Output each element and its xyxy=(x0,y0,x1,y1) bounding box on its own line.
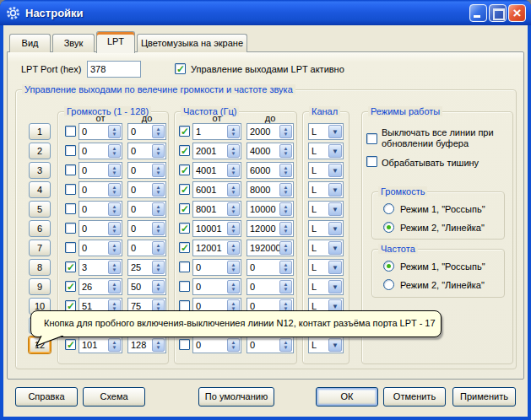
frequency-to-spinner[interactable]: 12000▲▼ xyxy=(247,220,294,237)
volume-to-spinner[interactable]: 0▲▼ xyxy=(127,123,166,140)
spinner-up-down-icon[interactable]: ▲▼ xyxy=(227,202,240,216)
tab-vid[interactable]: Вид xyxy=(9,34,51,52)
maximize-button[interactable] xyxy=(489,4,507,22)
spinner-up-down-icon[interactable]: ▲▼ xyxy=(152,125,165,138)
tab-lpt[interactable]: LPT xyxy=(96,31,135,53)
channel-select[interactable]: L▼ xyxy=(308,259,344,276)
spinner-up-down-icon[interactable]: ▲▼ xyxy=(279,241,292,255)
line-1-test-button[interactable]: 1 xyxy=(29,123,51,140)
volume-enable-checkbox[interactable] xyxy=(65,126,76,137)
volume-to-spinner[interactable]: 0▲▼ xyxy=(127,143,166,159)
frequency-from-spinner[interactable]: 12001▲▼ xyxy=(192,240,241,256)
spinner-up-down-icon[interactable]: ▲▼ xyxy=(279,338,292,352)
spinner-up-down-icon[interactable]: ▲▼ xyxy=(152,202,165,216)
spinner-up-down-icon[interactable]: ▲▼ xyxy=(108,261,121,274)
spinner-up-down-icon[interactable]: ▲▼ xyxy=(227,164,240,177)
volume-from-spinner[interactable]: 101▲▼ xyxy=(79,337,122,353)
channel-select[interactable]: L▼ xyxy=(308,240,344,256)
spinner-up-down-icon[interactable]: ▲▼ xyxy=(152,261,165,274)
volume-from-spinner[interactable]: 0▲▼ xyxy=(79,201,122,218)
line-2-test-button[interactable]: 2 xyxy=(29,143,51,159)
spinner-up-down-icon[interactable]: ▲▼ xyxy=(227,222,240,235)
frequency-from-spinner[interactable]: 4001▲▼ xyxy=(192,162,241,179)
volume-enable-checkbox[interactable] xyxy=(65,203,76,214)
volume-to-spinner[interactable]: 0▲▼ xyxy=(127,162,166,179)
spinner-up-down-icon[interactable]: ▲▼ xyxy=(227,241,240,255)
schema-button[interactable]: Схема xyxy=(83,387,145,407)
line-3-test-button[interactable]: 3 xyxy=(29,162,51,179)
spinner-up-down-icon[interactable]: ▲▼ xyxy=(152,241,165,255)
help-button[interactable]: Справка xyxy=(15,387,78,407)
spinner-up-down-icon[interactable]: ▲▼ xyxy=(227,125,240,138)
frequency-enable-checkbox[interactable] xyxy=(179,126,190,137)
spinner-up-down-icon[interactable]: ▲▼ xyxy=(279,125,292,138)
frequency-from-spinner[interactable]: 2001▲▼ xyxy=(192,143,241,159)
line-9-test-button[interactable]: 9 xyxy=(29,278,51,295)
dropdown-arrow-icon[interactable]: ▼ xyxy=(328,280,342,293)
spinner-up-down-icon[interactable]: ▲▼ xyxy=(152,222,165,235)
channel-select[interactable]: L▼ xyxy=(308,162,344,179)
spinner-up-down-icon[interactable]: ▲▼ xyxy=(108,338,121,352)
spinner-up-down-icon[interactable]: ▲▼ xyxy=(108,202,121,216)
frequency-enable-checkbox[interactable] xyxy=(179,281,190,292)
dropdown-arrow-icon[interactable]: ▼ xyxy=(328,144,342,158)
frequency-to-spinner[interactable]: 2000▲▼ xyxy=(247,123,294,140)
lpt-active-checkbox[interactable] xyxy=(175,63,186,74)
volume-to-spinner[interactable]: 0▲▼ xyxy=(127,220,166,237)
frequency-to-spinner[interactable]: 4000▲▼ xyxy=(247,143,294,159)
spinner-up-down-icon[interactable]: ▲▼ xyxy=(279,164,292,177)
volume-from-spinner[interactable]: 0▲▼ xyxy=(79,181,122,198)
frequency-to-spinner[interactable]: 0▲▼ xyxy=(247,259,294,276)
spinner-up-down-icon[interactable]: ▲▼ xyxy=(152,144,165,158)
spinner-up-down-icon[interactable]: ▲▼ xyxy=(152,280,165,293)
volume-enable-checkbox[interactable] xyxy=(65,184,76,195)
dropdown-arrow-icon[interactable]: ▼ xyxy=(328,183,342,197)
spinner-up-down-icon[interactable]: ▲▼ xyxy=(227,183,240,197)
spinner-up-down-icon[interactable]: ▲▼ xyxy=(152,164,165,177)
dropdown-arrow-icon[interactable]: ▼ xyxy=(328,241,342,255)
frequency-to-spinner[interactable]: 0▲▼ xyxy=(247,278,294,295)
frequency-from-spinner[interactable]: 10001▲▼ xyxy=(192,220,241,237)
volume-enable-checkbox[interactable] xyxy=(65,145,76,156)
frequency-from-spinner[interactable]: 8001▲▼ xyxy=(192,201,241,218)
dropdown-arrow-icon[interactable]: ▼ xyxy=(328,164,342,177)
volume-enable-checkbox[interactable] xyxy=(65,223,76,234)
channel-select[interactable]: L▼ xyxy=(308,201,344,218)
line-6-test-button[interactable]: 6 xyxy=(29,220,51,237)
channel-select[interactable]: L▼ xyxy=(308,278,344,295)
dropdown-arrow-icon[interactable]: ▼ xyxy=(328,222,342,235)
tab-zvuk[interactable]: Звук xyxy=(52,34,95,52)
channel-select[interactable]: L▼ xyxy=(308,143,344,159)
frequency-to-spinner[interactable]: 0▲▼ xyxy=(247,337,294,353)
spinner-up-down-icon[interactable]: ▲▼ xyxy=(227,144,240,158)
cancel-button[interactable]: Отменить xyxy=(383,387,446,407)
frequency-from-spinner[interactable]: 1▲▼ xyxy=(192,123,241,140)
dropdown-arrow-icon[interactable]: ▼ xyxy=(328,261,342,274)
volume-from-spinner[interactable]: 0▲▼ xyxy=(79,162,122,179)
volume-to-spinner[interactable]: 0▲▼ xyxy=(127,240,166,256)
spinner-up-down-icon[interactable]: ▲▼ xyxy=(279,144,292,158)
channel-select[interactable]: L▼ xyxy=(308,123,344,140)
apply-button[interactable]: Применить xyxy=(452,387,516,407)
volume-enable-checkbox[interactable] xyxy=(65,339,76,350)
volume-enable-checkbox[interactable] xyxy=(65,242,76,253)
volume-from-spinner[interactable]: 0▲▼ xyxy=(79,143,122,159)
frequency-enable-checkbox[interactable] xyxy=(179,261,190,272)
volume-from-spinner[interactable]: 0▲▼ xyxy=(79,123,122,140)
ok-button[interactable]: ОК xyxy=(316,387,378,407)
dropdown-arrow-icon[interactable]: ▼ xyxy=(328,125,342,138)
frequency-to-spinner[interactable]: 6000▲▼ xyxy=(247,162,294,179)
frequency-enable-checkbox[interactable] xyxy=(179,164,190,175)
frequency-from-spinner[interactable]: 6001▲▼ xyxy=(192,181,241,198)
volume-to-spinner[interactable]: 0▲▼ xyxy=(127,181,166,198)
spinner-up-down-icon[interactable]: ▲▼ xyxy=(152,338,165,352)
dropdown-arrow-icon[interactable]: ▼ xyxy=(328,202,342,216)
spinner-up-down-icon[interactable]: ▲▼ xyxy=(279,280,292,293)
volume-from-spinner[interactable]: 26▲▼ xyxy=(79,278,122,295)
line-4-test-button[interactable]: 4 xyxy=(29,181,51,198)
spinner-up-down-icon[interactable]: ▲▼ xyxy=(152,183,165,197)
volume-to-spinner[interactable]: 50▲▼ xyxy=(127,278,166,295)
spinner-up-down-icon[interactable]: ▲▼ xyxy=(108,125,121,138)
spinner-up-down-icon[interactable]: ▲▼ xyxy=(108,241,121,255)
defaults-button[interactable]: По умолчанию xyxy=(198,387,274,407)
